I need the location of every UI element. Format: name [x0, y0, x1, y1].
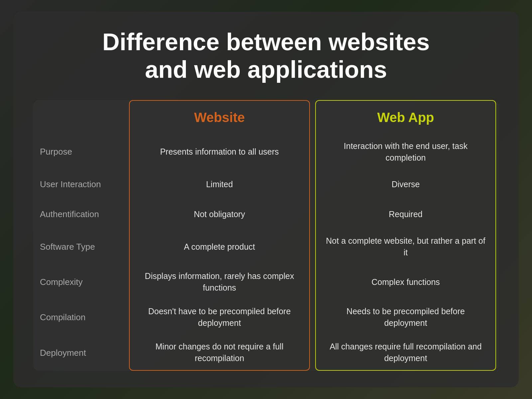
comparison-table: Website Web App PurposePresents informat…: [33, 100, 499, 371]
cell-webap-2: Required: [315, 199, 496, 229]
cell-website-4: Displays information, rarely has complex…: [129, 264, 310, 300]
cell-website-3: A complete product: [129, 229, 310, 264]
header-empty: [33, 100, 126, 134]
row-label-complexity: Complexity: [33, 264, 126, 300]
webap-header: Web App: [315, 100, 496, 134]
cell-website-5: Doesn't have to be precompiled before de…: [129, 300, 310, 335]
row-label-compilation: Compilation: [33, 300, 126, 335]
row-label-authentification: Authentification: [33, 199, 126, 229]
cell-webap-5: Needs to be precompiled before deploymen…: [315, 300, 496, 335]
website-header: Website: [129, 100, 310, 134]
cell-website-1: Limited: [129, 170, 310, 200]
cell-website-2: Not obligatory: [129, 199, 310, 229]
cell-webap-4: Complex functions: [315, 264, 496, 300]
row-label-software-type: Software Type: [33, 229, 126, 264]
row-label-user-interaction: User Interaction: [33, 170, 126, 200]
cell-website-0: Presents information to all users: [129, 134, 310, 170]
cell-webap-1: Diverse: [315, 170, 496, 200]
row-label-purpose: Purpose: [33, 134, 126, 170]
main-container: Difference between websites and web appl…: [13, 12, 519, 387]
cell-website-6: Minor changes do not require a full reco…: [129, 335, 310, 371]
row-label-deployment: Deployment: [33, 335, 126, 371]
cell-webap-0: Interaction with the end user, task comp…: [315, 134, 496, 170]
cell-webap-3: Not a complete website, but rather a par…: [315, 229, 496, 264]
page-title: Difference between websites and web appl…: [102, 28, 430, 83]
cell-webap-6: All changes require full recompilation a…: [315, 335, 496, 371]
